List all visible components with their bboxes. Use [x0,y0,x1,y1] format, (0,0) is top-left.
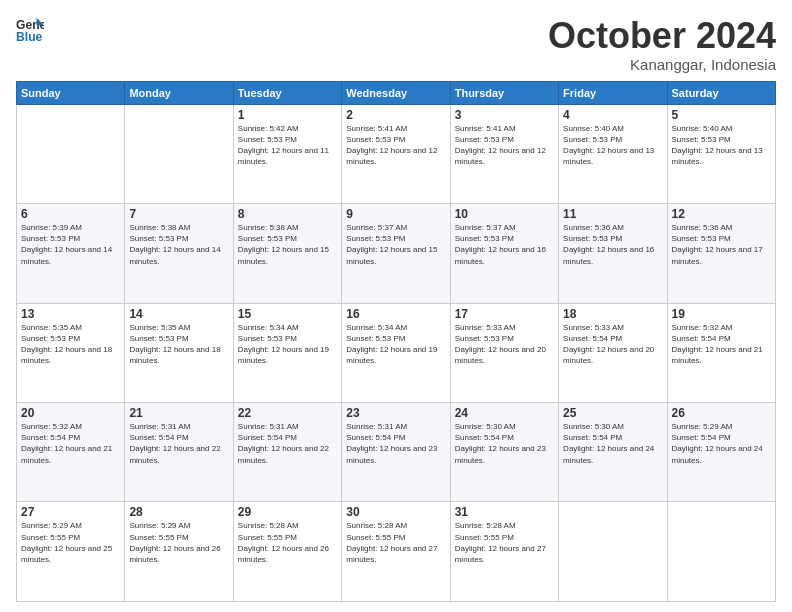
day-number: 24 [455,406,554,420]
table-cell: 23Sunrise: 5:31 AMSunset: 5:54 PMDayligh… [342,403,450,502]
day-info: Sunrise: 5:32 AMSunset: 5:54 PMDaylight:… [21,421,120,466]
day-number: 17 [455,307,554,321]
table-cell: 6Sunrise: 5:39 AMSunset: 5:53 PMDaylight… [17,204,125,303]
day-info: Sunrise: 5:33 AMSunset: 5:54 PMDaylight:… [563,322,662,367]
calendar-table: Sunday Monday Tuesday Wednesday Thursday… [16,81,776,602]
week-row-3: 13Sunrise: 5:35 AMSunset: 5:53 PMDayligh… [17,303,776,402]
day-info: Sunrise: 5:40 AMSunset: 5:53 PMDaylight:… [563,123,662,168]
day-number: 1 [238,108,337,122]
table-cell: 17Sunrise: 5:33 AMSunset: 5:53 PMDayligh… [450,303,558,402]
day-number: 29 [238,505,337,519]
day-number: 26 [672,406,771,420]
table-cell: 28Sunrise: 5:29 AMSunset: 5:55 PMDayligh… [125,502,233,602]
table-cell: 4Sunrise: 5:40 AMSunset: 5:53 PMDaylight… [559,104,667,203]
day-info: Sunrise: 5:34 AMSunset: 5:53 PMDaylight:… [238,322,337,367]
table-cell: 24Sunrise: 5:30 AMSunset: 5:54 PMDayligh… [450,403,558,502]
table-cell: 16Sunrise: 5:34 AMSunset: 5:53 PMDayligh… [342,303,450,402]
day-info: Sunrise: 5:37 AMSunset: 5:53 PMDaylight:… [455,222,554,267]
calendar-subtitle: Kananggar, Indonesia [548,56,776,73]
day-info: Sunrise: 5:35 AMSunset: 5:53 PMDaylight:… [21,322,120,367]
col-saturday: Saturday [667,81,775,104]
day-info: Sunrise: 5:40 AMSunset: 5:53 PMDaylight:… [672,123,771,168]
table-cell: 11Sunrise: 5:36 AMSunset: 5:53 PMDayligh… [559,204,667,303]
day-info: Sunrise: 5:29 AMSunset: 5:54 PMDaylight:… [672,421,771,466]
day-info: Sunrise: 5:36 AMSunset: 5:53 PMDaylight:… [563,222,662,267]
day-number: 5 [672,108,771,122]
week-row-5: 27Sunrise: 5:29 AMSunset: 5:55 PMDayligh… [17,502,776,602]
table-cell: 7Sunrise: 5:38 AMSunset: 5:53 PMDaylight… [125,204,233,303]
day-info: Sunrise: 5:36 AMSunset: 5:53 PMDaylight:… [672,222,771,267]
table-cell: 1Sunrise: 5:42 AMSunset: 5:53 PMDaylight… [233,104,341,203]
table-cell: 26Sunrise: 5:29 AMSunset: 5:54 PMDayligh… [667,403,775,502]
table-cell: 5Sunrise: 5:40 AMSunset: 5:53 PMDaylight… [667,104,775,203]
day-number: 18 [563,307,662,321]
table-cell: 3Sunrise: 5:41 AMSunset: 5:53 PMDaylight… [450,104,558,203]
table-cell: 29Sunrise: 5:28 AMSunset: 5:55 PMDayligh… [233,502,341,602]
col-wednesday: Wednesday [342,81,450,104]
table-cell: 25Sunrise: 5:30 AMSunset: 5:54 PMDayligh… [559,403,667,502]
col-tuesday: Tuesday [233,81,341,104]
header-row: Sunday Monday Tuesday Wednesday Thursday… [17,81,776,104]
day-info: Sunrise: 5:28 AMSunset: 5:55 PMDaylight:… [346,520,445,565]
logo: General Blue [16,16,44,44]
table-cell: 2Sunrise: 5:41 AMSunset: 5:53 PMDaylight… [342,104,450,203]
week-row-2: 6Sunrise: 5:39 AMSunset: 5:53 PMDaylight… [17,204,776,303]
table-cell: 22Sunrise: 5:31 AMSunset: 5:54 PMDayligh… [233,403,341,502]
day-number: 8 [238,207,337,221]
day-number: 11 [563,207,662,221]
day-number: 14 [129,307,228,321]
day-info: Sunrise: 5:37 AMSunset: 5:53 PMDaylight:… [346,222,445,267]
col-thursday: Thursday [450,81,558,104]
day-info: Sunrise: 5:33 AMSunset: 5:53 PMDaylight:… [455,322,554,367]
day-number: 27 [21,505,120,519]
day-info: Sunrise: 5:30 AMSunset: 5:54 PMDaylight:… [563,421,662,466]
day-number: 12 [672,207,771,221]
day-info: Sunrise: 5:28 AMSunset: 5:55 PMDaylight:… [455,520,554,565]
day-number: 25 [563,406,662,420]
table-cell: 18Sunrise: 5:33 AMSunset: 5:54 PMDayligh… [559,303,667,402]
day-number: 22 [238,406,337,420]
day-info: Sunrise: 5:34 AMSunset: 5:53 PMDaylight:… [346,322,445,367]
col-sunday: Sunday [17,81,125,104]
table-cell: 10Sunrise: 5:37 AMSunset: 5:53 PMDayligh… [450,204,558,303]
day-number: 2 [346,108,445,122]
week-row-1: 1Sunrise: 5:42 AMSunset: 5:53 PMDaylight… [17,104,776,203]
table-cell: 13Sunrise: 5:35 AMSunset: 5:53 PMDayligh… [17,303,125,402]
title-block: October 2024 Kananggar, Indonesia [548,16,776,73]
day-info: Sunrise: 5:31 AMSunset: 5:54 PMDaylight:… [238,421,337,466]
day-info: Sunrise: 5:29 AMSunset: 5:55 PMDaylight:… [129,520,228,565]
day-info: Sunrise: 5:28 AMSunset: 5:55 PMDaylight:… [238,520,337,565]
day-number: 31 [455,505,554,519]
logo-icon: General Blue [16,16,44,44]
day-info: Sunrise: 5:30 AMSunset: 5:54 PMDaylight:… [455,421,554,466]
day-info: Sunrise: 5:42 AMSunset: 5:53 PMDaylight:… [238,123,337,168]
day-number: 16 [346,307,445,321]
table-cell [125,104,233,203]
day-number: 21 [129,406,228,420]
week-row-4: 20Sunrise: 5:32 AMSunset: 5:54 PMDayligh… [17,403,776,502]
day-number: 23 [346,406,445,420]
col-friday: Friday [559,81,667,104]
table-cell: 8Sunrise: 5:38 AMSunset: 5:53 PMDaylight… [233,204,341,303]
day-info: Sunrise: 5:31 AMSunset: 5:54 PMDaylight:… [129,421,228,466]
table-cell: 9Sunrise: 5:37 AMSunset: 5:53 PMDaylight… [342,204,450,303]
day-number: 4 [563,108,662,122]
day-number: 13 [21,307,120,321]
table-cell [17,104,125,203]
day-info: Sunrise: 5:41 AMSunset: 5:53 PMDaylight:… [346,123,445,168]
table-cell [667,502,775,602]
table-cell: 19Sunrise: 5:32 AMSunset: 5:54 PMDayligh… [667,303,775,402]
day-info: Sunrise: 5:41 AMSunset: 5:53 PMDaylight:… [455,123,554,168]
table-cell: 14Sunrise: 5:35 AMSunset: 5:53 PMDayligh… [125,303,233,402]
table-cell: 12Sunrise: 5:36 AMSunset: 5:53 PMDayligh… [667,204,775,303]
table-cell: 31Sunrise: 5:28 AMSunset: 5:55 PMDayligh… [450,502,558,602]
table-cell: 20Sunrise: 5:32 AMSunset: 5:54 PMDayligh… [17,403,125,502]
day-number: 10 [455,207,554,221]
svg-text:Blue: Blue [16,30,43,44]
day-number: 28 [129,505,228,519]
header: General Blue October 2024 Kananggar, Ind… [16,16,776,73]
day-info: Sunrise: 5:29 AMSunset: 5:55 PMDaylight:… [21,520,120,565]
page: General Blue October 2024 Kananggar, Ind… [0,0,792,612]
day-number: 6 [21,207,120,221]
table-cell: 27Sunrise: 5:29 AMSunset: 5:55 PMDayligh… [17,502,125,602]
